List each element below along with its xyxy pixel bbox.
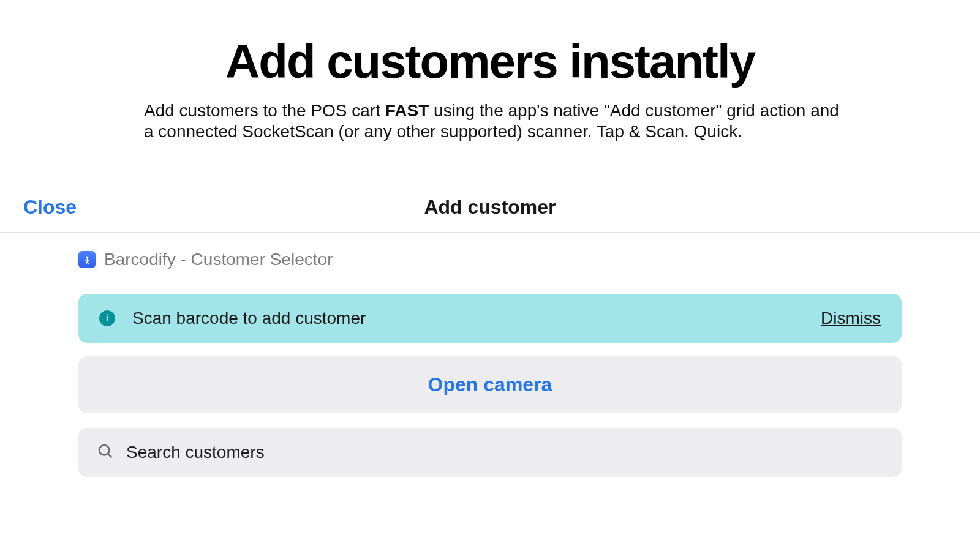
open-camera-button[interactable]: Open camera [78, 356, 902, 413]
search-icon [97, 443, 114, 462]
info-banner: i Scan barcode to add customer Dismiss [78, 294, 902, 343]
banner-text: Scan barcode to add customer [132, 309, 366, 328]
hero-section: Add customers instantly Add customers to… [0, 0, 980, 142]
hero-desc-bold: FAST [385, 101, 429, 120]
hero-desc-pre: Add customers to the POS cart [144, 101, 385, 120]
search-input[interactable] [126, 443, 883, 462]
svg-line-2 [108, 454, 111, 457]
app-header-row: Barcodify - Customer Selector [78, 250, 902, 269]
banner-left: i Scan barcode to add customer [99, 309, 366, 328]
search-row[interactable] [78, 428, 902, 477]
nav-title: Add customer [424, 196, 556, 219]
svg-point-0 [86, 256, 88, 258]
svg-point-1 [99, 445, 109, 455]
hero-title: Add customers instantly [0, 34, 980, 89]
info-icon: i [99, 310, 115, 326]
app-name: Barcodify - Customer Selector [104, 250, 333, 269]
hero-description: Add customers to the POS cart FAST using… [135, 100, 845, 142]
content-area: Barcodify - Customer Selector i Scan bar… [0, 233, 980, 477]
dismiss-button[interactable]: Dismiss [821, 309, 881, 328]
close-button[interactable]: Close [23, 196, 77, 219]
app-icon [78, 251, 96, 268]
nav-bar: Close Add customer [0, 196, 980, 233]
